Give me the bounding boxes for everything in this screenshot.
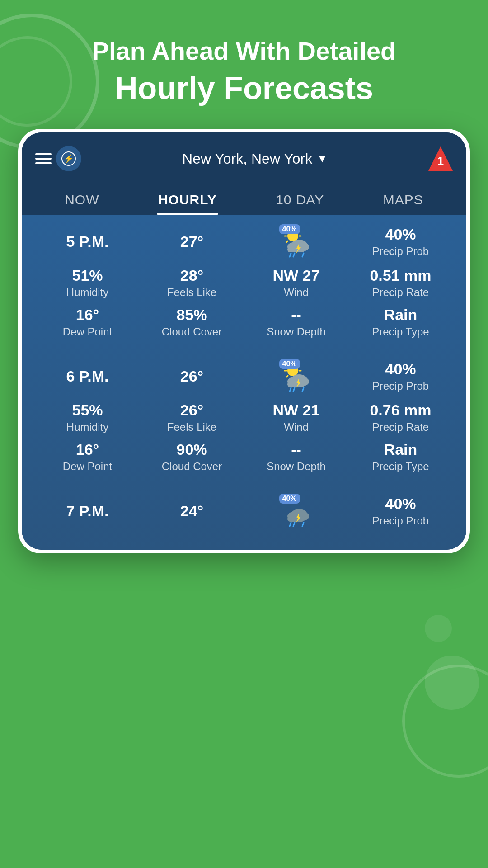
svg-rect-13 bbox=[287, 247, 305, 252]
temp-7pm: 24° bbox=[140, 502, 244, 520]
hourly-row-7pm: 7 P.M. 24° 40% bbox=[22, 484, 466, 550]
svg-text:⚡: ⚡ bbox=[64, 154, 74, 164]
row-main-7pm: 7 P.M. 24° 40% bbox=[35, 495, 453, 527]
menu-button[interactable] bbox=[35, 153, 52, 164]
svg-line-23 bbox=[286, 376, 288, 377]
weather-icon-6pm: 40% bbox=[278, 361, 314, 392]
header-line1: Plan Ahead With Detailed bbox=[27, 36, 461, 66]
humidity-6pm: 55% Humidity bbox=[35, 401, 140, 434]
humidity-5pm: 51% Humidity bbox=[35, 267, 140, 299]
svg-line-33 bbox=[302, 388, 304, 392]
dew-point-6pm: 16° Dew Point bbox=[35, 441, 140, 473]
icon-6pm: 40% bbox=[244, 361, 348, 392]
weather-icon-7pm: 40% bbox=[278, 495, 314, 527]
precip-rate-5pm: 0.51 mm Precip Rate bbox=[348, 267, 453, 299]
tab-hourly[interactable]: HOURLY bbox=[149, 185, 226, 215]
icon-7pm: 40% bbox=[244, 495, 348, 527]
svg-line-16 bbox=[293, 253, 295, 257]
time-7pm: 7 P.M. bbox=[35, 502, 140, 520]
alert-badge[interactable]: 1 bbox=[428, 146, 453, 171]
dropdown-arrow-icon: ▼ bbox=[317, 152, 328, 165]
tab-bar: NOW HOURLY 10 DAY MAPS bbox=[35, 185, 453, 215]
cloud-cover-6pm: 90% Cloud Cover bbox=[140, 441, 244, 473]
tab-maps[interactable]: MAPS bbox=[374, 185, 432, 215]
icon-badge-6pm: 40% bbox=[279, 359, 300, 369]
precip-prob-7pm: 40% Precip Prob bbox=[348, 495, 453, 527]
phone-mockup: ⚡ New York, New York ▼ 1 NOW bbox=[18, 129, 470, 553]
location-selector[interactable]: New York, New York ▼ bbox=[182, 151, 328, 167]
precip-type-5pm: Rain Precip Type bbox=[348, 306, 453, 338]
row-main-5pm: 5 P.M. 27° 40% bbox=[35, 226, 453, 258]
temp-5pm: 27° bbox=[140, 233, 244, 250]
weather-icon-5pm: 40% bbox=[278, 226, 314, 258]
row-main-6pm: 6 P.M. 26° 40% bbox=[35, 360, 453, 392]
time-6pm: 6 P.M. bbox=[35, 368, 140, 385]
alert-count: 1 bbox=[437, 154, 444, 168]
app-header: ⚡ New York, New York ▼ 1 NOW bbox=[22, 132, 466, 215]
time-5pm: 5 P.M. bbox=[35, 233, 140, 250]
svg-line-31 bbox=[290, 388, 291, 392]
precip-prob-6pm: 40% Precip Prob bbox=[348, 360, 453, 392]
precip-type-6pm: Rain Precip Type bbox=[348, 441, 453, 473]
promo-header: Plan Ahead With Detailed Hourly Forecast… bbox=[0, 0, 488, 129]
precip-prob-5pm: 40% Precip Prob bbox=[348, 226, 453, 258]
hourly-row-5pm: 5 P.M. 27° 40% bbox=[22, 215, 466, 349]
phone-screen: ⚡ New York, New York ▼ 1 NOW bbox=[22, 132, 466, 550]
svg-rect-29 bbox=[287, 382, 305, 387]
feels-like-5pm: 28° Feels Like bbox=[140, 267, 244, 299]
svg-line-32 bbox=[293, 388, 295, 392]
row-detail-6pm-2: 16° Dew Point 90% Cloud Cover -- Snow De… bbox=[35, 441, 453, 473]
icon-5pm: 40% bbox=[244, 226, 348, 258]
nav-left: ⚡ bbox=[35, 146, 81, 171]
svg-rect-37 bbox=[287, 516, 305, 522]
svg-line-17 bbox=[302, 253, 304, 257]
svg-line-15 bbox=[290, 253, 291, 257]
cloud-cover-5pm: 85% Cloud Cover bbox=[140, 306, 244, 338]
dew-point-5pm: 16° Dew Point bbox=[35, 306, 140, 338]
wind-5pm: NW 27 Wind bbox=[244, 267, 348, 299]
snow-depth-6pm: -- Snow Depth bbox=[244, 441, 348, 473]
temp-6pm: 26° bbox=[140, 368, 244, 385]
hourly-row-6pm: 6 P.M. 26° 40% bbox=[22, 349, 466, 484]
svg-line-41 bbox=[302, 523, 304, 526]
app-logo: ⚡ bbox=[56, 146, 81, 171]
precip-rate-6pm: 0.76 mm Precip Rate bbox=[348, 401, 453, 434]
feels-like-6pm: 26° Feels Like bbox=[140, 401, 244, 434]
row-detail-6pm-1: 55% Humidity 26° Feels Like NW 21 Wind 0… bbox=[35, 401, 453, 434]
forecast-content: 5 P.M. 27° 40% bbox=[22, 215, 466, 550]
tab-10day[interactable]: 10 DAY bbox=[267, 185, 333, 215]
icon-badge-5pm: 40% bbox=[279, 224, 300, 234]
row-detail-5pm-2: 16° Dew Point 85% Cloud Cover -- Snow De… bbox=[35, 306, 453, 338]
wind-6pm: NW 21 Wind bbox=[244, 401, 348, 434]
row-detail-5pm-1: 51% Humidity 28° Feels Like NW 27 Wind 0… bbox=[35, 267, 453, 299]
icon-badge-7pm: 40% bbox=[279, 494, 300, 504]
header-line2: Hourly Forecasts bbox=[27, 70, 461, 106]
nav-bar: ⚡ New York, New York ▼ 1 bbox=[35, 146, 453, 171]
svg-line-39 bbox=[290, 523, 291, 526]
tab-now[interactable]: NOW bbox=[56, 185, 108, 215]
location-text: New York, New York bbox=[182, 151, 312, 167]
svg-line-40 bbox=[293, 523, 295, 526]
svg-line-7 bbox=[286, 241, 288, 242]
snow-depth-5pm: -- Snow Depth bbox=[244, 306, 348, 338]
